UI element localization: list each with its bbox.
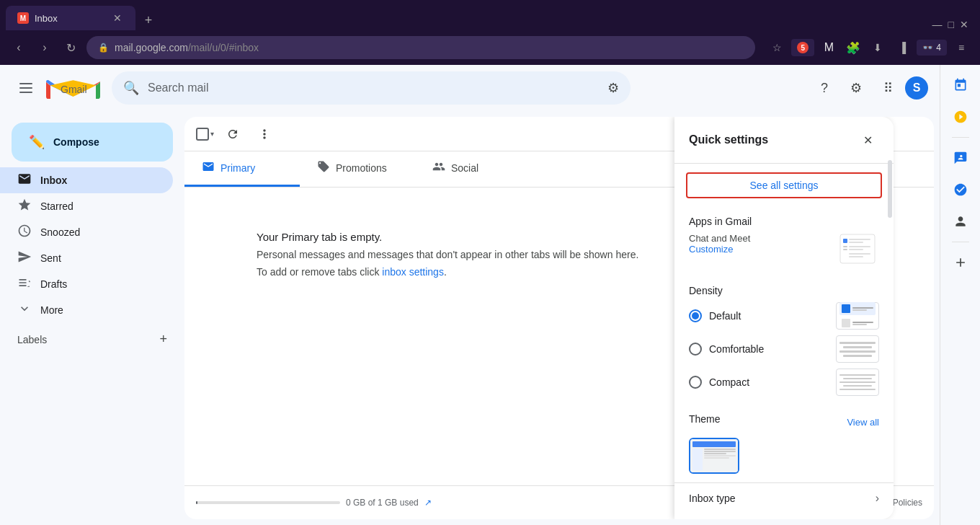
chat-meet-label: Chat and Meet bbox=[689, 233, 750, 244]
hamburger-menu[interactable] bbox=[12, 74, 40, 102]
empty-line3-text: To add or remove tabs click bbox=[257, 266, 382, 278]
empty-line3: To add or remove tabs click inbox settin… bbox=[257, 266, 447, 278]
starred-label: Starred bbox=[40, 200, 74, 212]
add-icon bbox=[953, 255, 968, 270]
bookmark-icon[interactable]: ☆ bbox=[767, 38, 787, 58]
new-tab-button[interactable]: + bbox=[138, 10, 159, 30]
tag-icon bbox=[317, 160, 330, 173]
url-display: mail.google.com/mail/u/0/#inbox bbox=[115, 42, 259, 53]
thumb-line1 bbox=[704, 449, 736, 450]
add-label-button[interactable]: + bbox=[159, 332, 167, 347]
person-button[interactable] bbox=[946, 207, 975, 236]
minimize-button[interactable]: — bbox=[932, 19, 943, 30]
refresh-icon bbox=[226, 128, 239, 141]
glasses-extension[interactable]: 👓 4 bbox=[917, 40, 947, 56]
extension-button[interactable]: 5 bbox=[791, 39, 814, 56]
storage-external-link[interactable]: ↗ bbox=[424, 498, 432, 508]
right-sidebar-divider bbox=[952, 137, 969, 138]
address-bar: ‹ › ↻ 🔒 mail.google.com/mail/u/0/#inbox … bbox=[0, 30, 980, 65]
settings-button[interactable]: ⚙ bbox=[842, 74, 870, 102]
sidebar-item-snoozed[interactable]: Snoozed bbox=[0, 219, 173, 245]
storage-progress-bar bbox=[196, 501, 340, 504]
more-options-button[interactable] bbox=[251, 121, 277, 147]
sidebar-toggle[interactable]: ▐ bbox=[892, 38, 912, 58]
density-comfortable-radio[interactable] bbox=[689, 343, 702, 356]
theme-header: Theme View all bbox=[689, 413, 879, 431]
refresh-emails-button[interactable] bbox=[220, 121, 246, 147]
svg-rect-2 bbox=[19, 92, 32, 93]
close-button[interactable]: ✕ bbox=[960, 19, 968, 30]
tab-promotions[interactable]: Promotions bbox=[300, 151, 415, 187]
svg-rect-8 bbox=[849, 239, 870, 240]
theme-section: Theme View all bbox=[674, 405, 894, 482]
main-content: ▾ Primary bbox=[184, 117, 934, 519]
compose-label: Compose bbox=[53, 136, 99, 148]
storage-progress-fill bbox=[196, 501, 197, 504]
view-all-themes-button[interactable]: View all bbox=[847, 417, 879, 428]
active-tab[interactable]: M Inbox ✕ bbox=[6, 6, 135, 30]
gmail-extension-icon[interactable]: M bbox=[819, 38, 839, 58]
inbox-settings-link[interactable]: inbox settings bbox=[382, 266, 444, 278]
tab-bar: M Inbox ✕ + — □ ✕ bbox=[0, 0, 980, 30]
thumb-line2 bbox=[704, 451, 736, 452]
url-base: mail.google.com bbox=[115, 42, 188, 53]
extensions-icon[interactable]: 🧩 bbox=[843, 38, 863, 58]
download-icon[interactable]: ⬇ bbox=[868, 38, 888, 58]
tasks-icon bbox=[953, 110, 968, 124]
sidebar-item-sent[interactable]: Sent bbox=[0, 245, 173, 271]
customize-link[interactable]: Customize bbox=[689, 244, 750, 255]
contacts-button[interactable] bbox=[946, 144, 975, 172]
forward-button[interactable]: › bbox=[35, 38, 55, 58]
density-comfortable-preview bbox=[836, 335, 879, 363]
density-default-radio[interactable] bbox=[689, 309, 702, 322]
tab-close-button[interactable]: ✕ bbox=[111, 12, 124, 25]
density-compact-label: Compact bbox=[709, 376, 749, 388]
user-avatar[interactable]: S bbox=[905, 76, 928, 100]
add-button[interactable] bbox=[946, 248, 975, 277]
tasks-button[interactable] bbox=[946, 102, 975, 131]
inbox-type-row[interactable]: Inbox type › bbox=[689, 492, 879, 505]
check-button[interactable] bbox=[946, 175, 975, 204]
apps-preview-svg bbox=[839, 233, 876, 265]
search-icon: 🔍 bbox=[123, 80, 139, 96]
tab-social[interactable]: Social bbox=[415, 151, 530, 187]
inbox-type-label: Inbox type bbox=[689, 493, 736, 504]
apps-section-title: Apps in Gmail bbox=[689, 216, 879, 227]
search-box[interactable]: 🔍 ⚙ bbox=[112, 71, 631, 105]
theme-thumbnail[interactable] bbox=[689, 438, 739, 474]
inbox-type-section: Inbox type › bbox=[674, 482, 894, 513]
calendar-button[interactable] bbox=[946, 71, 975, 100]
theme-thumb-top-bar bbox=[692, 441, 736, 447]
compose-button[interactable]: ✏️ Compose bbox=[12, 123, 173, 162]
browser-chrome: M Inbox ✕ + — □ ✕ ‹ › ↻ 🔒 mail.google.co… bbox=[0, 0, 980, 65]
gmail-left-area: Gmail 🔍 ⚙ ? ⚙ ⠿ S ✏️ Compose bbox=[0, 65, 940, 525]
browser-menu-button[interactable]: ≡ bbox=[951, 38, 971, 58]
url-bar[interactable]: 🔒 mail.google.com/mail/u/0/#inbox bbox=[86, 36, 755, 59]
select-all-checkbox[interactable]: ▾ bbox=[196, 128, 214, 141]
tab-primary[interactable]: Primary bbox=[184, 151, 300, 187]
quick-settings-close-button[interactable]: ✕ bbox=[856, 128, 879, 151]
more-label: More bbox=[40, 304, 63, 316]
search-input[interactable] bbox=[148, 81, 599, 94]
scrollbar[interactable] bbox=[888, 160, 892, 218]
maximize-button[interactable]: □ bbox=[948, 19, 954, 30]
contacts-icon bbox=[953, 151, 968, 165]
sidebar-item-more[interactable]: More bbox=[0, 297, 173, 323]
sidebar-item-drafts[interactable]: Drafts bbox=[0, 271, 173, 297]
density-compact-radio[interactable] bbox=[689, 376, 702, 389]
apps-button[interactable]: ⠿ bbox=[873, 74, 902, 102]
density-option-compact: Compact bbox=[689, 369, 879, 396]
drafts-icon bbox=[17, 275, 32, 294]
sidebar-item-inbox[interactable]: Inbox bbox=[0, 167, 173, 193]
search-options-icon[interactable]: ⚙ bbox=[607, 80, 619, 96]
url-path: /mail/u/0/#inbox bbox=[188, 42, 259, 53]
sidebar-item-starred[interactable]: Starred bbox=[0, 193, 173, 219]
help-button[interactable]: ? bbox=[810, 74, 839, 102]
refresh-button[interactable]: ↻ bbox=[61, 38, 81, 58]
labels-section: Labels + bbox=[0, 323, 184, 356]
back-button[interactable]: ‹ bbox=[9, 38, 29, 58]
extension-badge: 5 bbox=[797, 42, 808, 53]
calendar-icon bbox=[953, 78, 968, 92]
see-all-settings-button[interactable]: See all settings bbox=[686, 172, 882, 198]
density-section: Density Default bbox=[674, 276, 894, 405]
